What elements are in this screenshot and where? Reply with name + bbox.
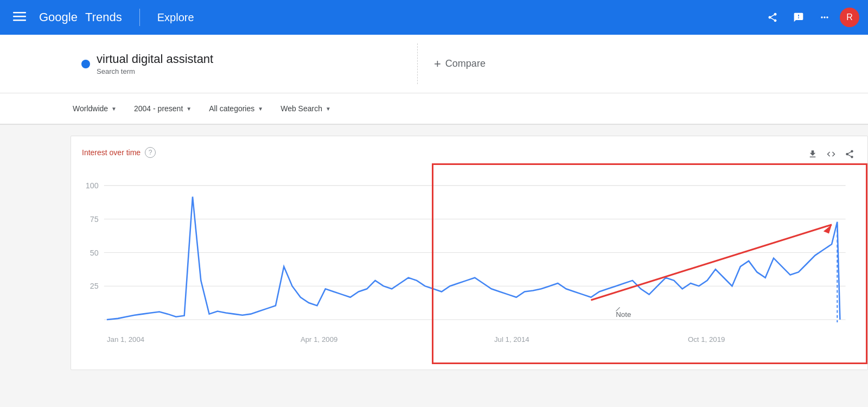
search-type-chevron-icon: ▼ [326, 106, 331, 112]
svg-rect-0 [13, 12, 26, 14]
feedback-button[interactable] [788, 7, 809, 28]
svg-text:Oct 1, 2019: Oct 1, 2019 [688, 335, 725, 344]
search-term-value: virtual digital assistant [97, 52, 213, 66]
trend-chart: 100 75 50 25 Jan 1, 2004 Apr 1, 2009 Jul… [82, 169, 857, 359]
main-content: Interest over time ? [0, 125, 868, 381]
hamburger-menu[interactable] [9, 5, 30, 30]
svg-text:Apr 1, 2009: Apr 1, 2009 [301, 335, 338, 344]
chart-actions [806, 147, 857, 163]
share-button[interactable] [762, 7, 783, 28]
category-filter[interactable]: All categories ▼ [207, 100, 265, 117]
svg-text:50: 50 [90, 248, 99, 257]
time-range-filter[interactable]: 2004 - present ▼ [132, 100, 194, 117]
apps-button[interactable] [814, 7, 835, 28]
chart-title: Interest over time [82, 148, 141, 157]
user-avatar[interactable]: R [840, 8, 859, 27]
chart-share-button[interactable] [843, 147, 857, 163]
logo-google: Google [39, 10, 78, 24]
svg-text:Jul 1, 2014: Jul 1, 2014 [494, 335, 529, 344]
chart-wrapper: 100 75 50 25 Jan 1, 2004 Apr 1, 2009 Jul… [82, 169, 857, 359]
category-label: All categories [209, 104, 254, 113]
search-area: virtual digital assistant Search term + … [0, 35, 868, 93]
region-filter[interactable]: Worldwide ▼ [71, 100, 119, 117]
region-label: Worldwide [73, 104, 108, 113]
time-range-chevron-icon: ▼ [186, 106, 192, 112]
logo: Google Trends [39, 10, 122, 24]
embed-button[interactable] [824, 147, 838, 163]
svg-text:100: 100 [86, 181, 99, 190]
compare-button[interactable]: + Compare [418, 48, 502, 80]
filters-bar: Worldwide ▼ 2004 - present ▼ All categor… [0, 93, 868, 125]
term-color-indicator [81, 60, 90, 68]
time-range-label: 2004 - present [134, 104, 183, 113]
compare-label: Compare [445, 58, 486, 69]
svg-rect-1 [13, 16, 26, 17]
compare-plus-icon: + [434, 57, 441, 71]
region-chevron-icon: ▼ [111, 106, 117, 112]
header-explore-label: Explore [157, 11, 194, 24]
search-term-text: virtual digital assistant Search term [97, 52, 213, 75]
svg-line-17 [591, 225, 832, 300]
logo-trends: Trends [85, 10, 122, 24]
chart-header: Interest over time ? [82, 147, 857, 158]
header-right: R [762, 7, 859, 28]
svg-text:25: 25 [90, 282, 99, 290]
chart-help-icon[interactable]: ? [145, 147, 156, 158]
header-divider [139, 9, 140, 26]
search-term-label: Search term [97, 67, 213, 75]
download-button[interactable] [806, 147, 820, 163]
header: Google Trends Explore R [0, 0, 868, 35]
svg-text:Jan 1, 2004: Jan 1, 2004 [107, 335, 145, 344]
search-type-label: Web Search [280, 104, 322, 113]
chart-section: Interest over time ? [71, 136, 868, 370]
header-left: Google Trends Explore [9, 5, 194, 30]
search-type-filter[interactable]: Web Search ▼ [278, 100, 333, 117]
svg-text:75: 75 [90, 215, 99, 224]
svg-rect-2 [13, 20, 26, 21]
category-chevron-icon: ▼ [258, 106, 263, 112]
search-term-box: virtual digital assistant Search term [71, 43, 418, 84]
svg-text:Note: Note [616, 310, 631, 319]
search-container: virtual digital assistant Search term + … [71, 43, 868, 84]
